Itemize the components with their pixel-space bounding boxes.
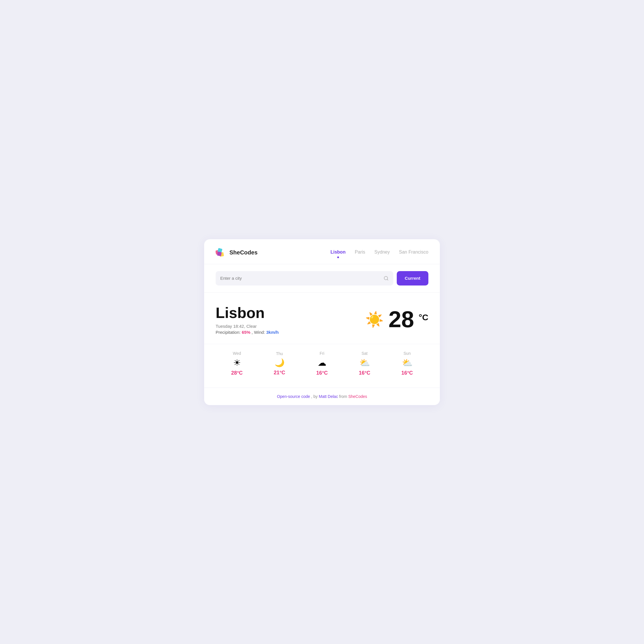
nav-item-paris[interactable]: Paris: [355, 250, 365, 256]
weather-main: Lisbon Tuesday 18:42, Clear Precipitatio…: [204, 293, 440, 344]
svg-rect-3: [217, 251, 222, 256]
main-weather-icon: ☀️: [365, 312, 384, 327]
city-name: Lisbon: [216, 304, 279, 321]
forecast-day-sun: Sun ⛅ 16°C: [401, 351, 413, 376]
wind-value: 3km/h: [266, 330, 279, 335]
forecast-icon-fri: ☁: [318, 359, 326, 367]
forecast-temp-thu: 21°C: [274, 370, 285, 376]
nav-item-sydney[interactable]: Sydney: [374, 250, 390, 256]
forecast-day-thu: Thu 🌙 21°C: [274, 351, 285, 376]
nav-item-lisbon[interactable]: Lisbon: [330, 250, 345, 256]
forecast-temp-sat: 16°C: [359, 370, 370, 376]
forecast-temp-wed: 28°C: [231, 370, 243, 376]
search-wrap: [216, 271, 393, 285]
forecast-temp-sun: 16°C: [401, 370, 413, 376]
precipitation-value: 65%: [242, 330, 250, 335]
forecast-icon-wed: ☀: [233, 359, 241, 367]
logo-text: SheCodes: [229, 249, 258, 256]
logo: SheCodes: [216, 247, 258, 258]
weather-card: SheCodes Lisbon Paris Sydney San Francis…: [204, 239, 440, 405]
forecast-day-wed: Wed ☀ 28°C: [231, 351, 243, 376]
forecast-icon-sat: ⛅: [359, 359, 370, 367]
forecast-day-sat: Sat ⛅ 16°C: [359, 351, 370, 376]
author-link[interactable]: Matt Delac: [319, 394, 338, 399]
footer-from: from: [339, 394, 348, 399]
forecast-label-sat: Sat: [361, 351, 367, 356]
forecast-label-sun: Sun: [404, 351, 411, 356]
forecast-temp-fri: 16°C: [316, 370, 328, 376]
search-icon: [384, 276, 389, 281]
temperature-block: ☀️ 28 °C: [365, 308, 428, 331]
weather-stats: Precipitation: 65% , Wind: 3km/h: [216, 330, 279, 335]
forecast-label-thu: Thu: [276, 351, 283, 356]
header: SheCodes Lisbon Paris Sydney San Francis…: [204, 239, 440, 264]
wind-label: , Wind:: [252, 330, 266, 335]
forecast-icon-sun: ⛅: [402, 359, 413, 367]
nav-item-san-francisco[interactable]: San Francisco: [399, 250, 428, 256]
opensource-link[interactable]: Open-source code: [277, 394, 310, 399]
forecast-day-fri: Fri ☁ 16°C: [316, 351, 328, 376]
current-button[interactable]: Current: [397, 271, 428, 285]
temperature-unit: °C: [419, 313, 428, 322]
temperature-value: 28: [388, 308, 414, 331]
weather-info: Lisbon Tuesday 18:42, Clear Precipitatio…: [216, 304, 279, 335]
forecast-icon-thu: 🌙: [275, 359, 285, 367]
nav: Lisbon Paris Sydney San Francisco: [330, 250, 428, 256]
weather-description: Tuesday 18:42, Clear: [216, 324, 279, 329]
svg-line-5: [387, 279, 388, 280]
forecast-label-wed: Wed: [233, 351, 241, 356]
logo-icon: [216, 247, 227, 258]
footer: Open-source code , by Matt Delac from Sh…: [204, 388, 440, 405]
brand-link[interactable]: SheCodes: [348, 394, 367, 399]
search-input[interactable]: [220, 276, 384, 281]
forecast-row: Wed ☀ 28°C Thu 🌙 21°C Fri ☁ 16°C Sat ⛅ 1…: [204, 344, 440, 388]
footer-by: , by: [311, 394, 319, 399]
forecast-label-fri: Fri: [320, 351, 324, 356]
search-row: Current: [204, 264, 440, 293]
precipitation-label: Precipitation:: [216, 330, 241, 335]
